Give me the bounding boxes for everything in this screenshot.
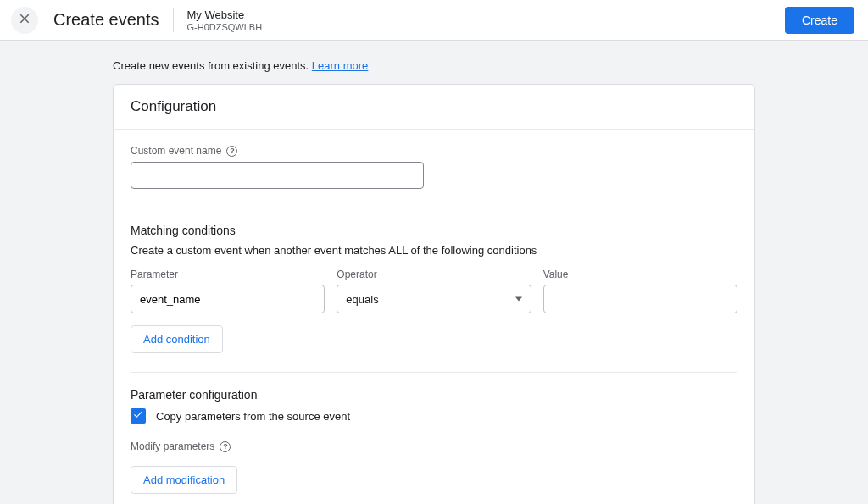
value-label: Value [543,269,737,280]
matching-conditions-title: Matching conditions [131,224,737,237]
operator-select[interactable]: equals [337,285,531,313]
add-condition-button[interactable]: Add condition [131,325,223,353]
modify-parameters-label: Modify parameters ? [131,440,737,452]
matching-conditions-desc: Create a custom event when another event… [131,244,737,257]
divider [173,8,174,32]
parameter-configuration-title: Parameter configuration [131,388,737,402]
operator-value: equals [346,293,378,306]
config-card: Configuration Custom event name ? Matchi… [113,84,755,504]
help-icon[interactable]: ? [220,441,231,452]
copy-parameters-label: Copy parameters from the source event [156,410,350,423]
condition-row: Parameter Operator equals Value [131,269,737,313]
close-icon [17,11,32,30]
parameter-input[interactable] [131,285,325,313]
divider [131,372,737,373]
intro-static: Create new events from existing events. [113,59,312,72]
checkmark-icon [132,408,144,424]
card-title: Configuration [131,98,737,115]
add-modification-button[interactable]: Add modification [131,466,237,494]
learn-more-link[interactable]: Learn more [312,59,368,72]
chevron-down-icon [515,297,522,302]
parameter-label: Parameter [131,269,325,280]
divider [131,208,737,208]
website-name: My Website [187,8,263,21]
custom-event-name-label: Custom event name ? [131,145,737,157]
operator-label: Operator [337,269,531,280]
help-icon[interactable]: ? [226,146,237,157]
workspace: Create new events from existing events. … [0,41,868,504]
close-button[interactable] [11,7,38,34]
card-head: Configuration [114,85,754,130]
website-id: G-H0DZSQWLBH [187,22,263,32]
copy-parameters-checkbox[interactable] [131,408,146,424]
website-block: My Website G-H0DZSQWLBH [187,8,263,32]
create-button[interactable]: Create [785,7,854,34]
header: Create events My Website G-H0DZSQWLBH Cr… [0,0,868,41]
page-title: Create events [53,10,159,30]
value-input[interactable] [543,285,737,313]
intro-text: Create new events from existing events. … [113,59,755,72]
custom-event-name-input[interactable] [131,162,424,189]
